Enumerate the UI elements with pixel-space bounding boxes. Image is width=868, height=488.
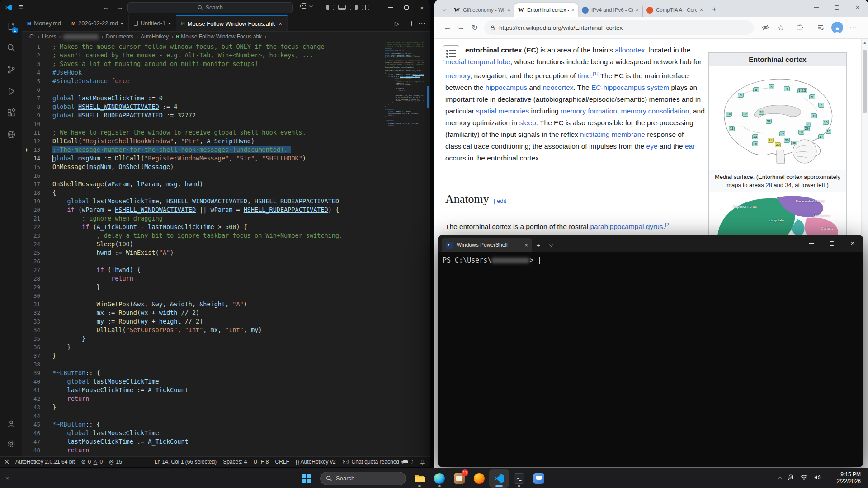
terminal-taskbar-icon[interactable]: >_	[509, 469, 529, 488]
search-view-icon[interactable]	[0, 37, 22, 59]
address-bar[interactable]: https://en.wikipedia.org/wiki/Entorhinal…	[484, 20, 754, 35]
wiki-link[interactable]: allocortex	[615, 46, 645, 54]
scrollbar-thumb[interactable]	[863, 50, 867, 113]
browser-tab[interactable]: IPv4 and IPv6 - Con×	[578, 3, 642, 17]
browser-tab[interactable]: WGift economy - Wi...×	[450, 3, 514, 17]
status-cursor-position[interactable]: Ln 14, Col 1 (66 selected)	[155, 459, 217, 465]
more-actions-icon[interactable]: ⋯	[418, 19, 425, 28]
code-line[interactable]: ; ignore when dragging	[52, 214, 385, 223]
code-line[interactable]: global lastMouseClickTime	[52, 377, 385, 386]
start-button[interactable]	[297, 469, 316, 488]
status-encoding[interactable]: UTF-8	[254, 459, 269, 465]
code-line[interactable]: ; delay a tiny bit to ignore taskbar foc…	[52, 231, 385, 240]
remote-indicator-icon[interactable]	[5, 460, 9, 464]
wiki-link[interactable]: nictitating membrane	[580, 131, 645, 138]
tab-close-icon[interactable]: ×	[636, 7, 639, 13]
url-text[interactable]: https://en.wikipedia.org/wiki/Entorhinal…	[499, 24, 748, 31]
code-line[interactable]: DllCall("RegisterShellHookWindow", "Ptr"…	[52, 137, 385, 145]
wiki-citation[interactable]: [2]	[665, 222, 670, 227]
wiki-link[interactable]: neocortex	[542, 84, 573, 91]
terminal-tab[interactable]: >_ Windows PowerShell ×	[442, 238, 532, 252]
do-not-disturb-icon[interactable]	[787, 474, 794, 483]
status-problems[interactable]: ⊘0 △0	[81, 459, 103, 465]
breadcrumb[interactable]: C:›Users››Documents›AutoHotkey›HMouse Fo…	[22, 32, 430, 42]
wiki-citation[interactable]: [1]	[593, 71, 598, 76]
maximize-button[interactable]	[398, 0, 414, 15]
code-line[interactable]: lastMouseClickTime := A_TickCount	[52, 386, 385, 394]
browser-menu-icon[interactable]: ⋯	[848, 22, 859, 33]
code-line[interactable]: #SingleInstance force	[52, 77, 385, 85]
code-line[interactable]: global msgNum := DllCall("RegisterWindow…	[52, 154, 385, 163]
code-line[interactable]: *~RButton:: {	[52, 420, 385, 429]
close-icon[interactable]: ×	[278, 20, 282, 27]
clock[interactable]: 9:15 PM 2/22/2026	[837, 471, 861, 485]
menu-hamburger-icon[interactable]: ≡	[19, 3, 23, 10]
code-line[interactable]: global lastMouseClickTime := 0	[52, 94, 385, 103]
wiki-link[interactable]: memory formation	[561, 107, 617, 115]
close-button[interactable]: ×	[414, 0, 430, 15]
tab-search-icon[interactable]	[439, 3, 450, 16]
profile-avatar[interactable]	[831, 22, 843, 33]
tab-close-icon[interactable]: ×	[524, 242, 528, 249]
wiki-link[interactable]: spatial memories	[476, 107, 529, 115]
maximize-button[interactable]	[821, 235, 842, 252]
copilot-menu[interactable]	[300, 3, 312, 9]
code-line[interactable]: }	[52, 283, 385, 291]
code-line[interactable]: OnShellMessage(wParam, lParam, msg, hwnd…	[52, 180, 385, 188]
code-line[interactable]: if (!hwnd) {	[52, 266, 385, 274]
toggle-primary-sidebar-icon[interactable]	[326, 5, 334, 10]
forward-button[interactable]: →	[454, 21, 468, 34]
extensions-puzzle-icon[interactable]	[795, 22, 806, 33]
brain-diagram-image[interactable]: 98641,2,35710322433312319181711252730293…	[709, 66, 846, 170]
toggle-panel-icon[interactable]	[338, 5, 346, 10]
editor-code-area[interactable]: ; Makes the mouse cursor follow window f…	[52, 42, 385, 456]
edit-link[interactable]: [ edit ]	[494, 197, 509, 204]
wiki-link[interactable]: memory	[445, 72, 470, 80]
code-line[interactable]: ; We have to register the window to rece…	[52, 128, 385, 137]
code-line[interactable]	[52, 85, 385, 94]
browser-tab[interactable]: CompTIA A+ Core×	[642, 3, 707, 17]
code-line[interactable]	[52, 171, 385, 180]
breadcrumb-item[interactable]: C:	[29, 33, 35, 40]
chat-app-icon[interactable]	[529, 469, 549, 488]
minimize-button[interactable]	[801, 235, 821, 252]
favorites-star-icon[interactable]: ☆	[775, 22, 786, 33]
code-line[interactable]: }	[52, 403, 385, 412]
code-line[interactable]	[52, 257, 385, 266]
remote-explorer-icon[interactable]	[0, 124, 22, 145]
status-eol[interactable]: CRLF	[275, 459, 289, 465]
code-line[interactable]: return	[52, 274, 385, 283]
code-line[interactable]: #UseHook	[52, 68, 385, 77]
source-control-icon[interactable]	[0, 59, 22, 80]
new-terminal-tab-button[interactable]: +	[532, 238, 545, 252]
code-line[interactable]: }	[52, 334, 385, 343]
wiki-link[interactable]: memory consolidation	[621, 107, 689, 115]
back-button[interactable]: ←	[441, 21, 454, 34]
code-line[interactable]: hwnd := WinExist("A")	[52, 249, 385, 257]
code-line[interactable]: lastMouseClickTime := A_TickCount	[52, 437, 385, 446]
eye-slash-icon[interactable]	[760, 22, 771, 33]
toggle-secondary-sidebar-icon[interactable]	[350, 5, 358, 10]
extensions-icon[interactable]	[0, 102, 22, 124]
code-line[interactable]: ; wasn't caused by the mouse - e.g. Alt-…	[52, 51, 385, 60]
site-info-lock-icon[interactable]	[490, 25, 495, 31]
contents-toc-button[interactable]	[443, 45, 459, 61]
wiki-link[interactable]: hippocampus	[486, 84, 527, 91]
wiki-link[interactable]: eye	[646, 142, 658, 150]
notifications-bell-icon[interactable]	[420, 459, 425, 465]
media-controls-icon[interactable]	[815, 22, 826, 33]
account-icon[interactable]	[0, 413, 22, 435]
tab-close-icon[interactable]: ×	[507, 7, 510, 13]
status-app-version[interactable]: AutoHotkey 2.0.21 64 bit	[15, 459, 75, 465]
terminal-output[interactable]: PS C:\Users\>	[438, 252, 863, 467]
tab-close-icon[interactable]: ×	[700, 7, 703, 13]
code-line[interactable]: return	[52, 446, 385, 455]
code-line[interactable]: }	[52, 352, 385, 360]
hidden-icons-chevron[interactable]	[778, 476, 782, 480]
status-chat-quota[interactable]: Chat quota reached	[342, 459, 413, 465]
breadcrumb-item[interactable]: Documents	[106, 33, 133, 40]
code-line[interactable]	[52, 120, 385, 128]
breadcrumb-item[interactable]: HMouse Follow Window Focus.ahk	[176, 33, 262, 40]
terminal-dropdown-icon[interactable]	[545, 238, 557, 252]
code-line[interactable]	[52, 412, 385, 420]
